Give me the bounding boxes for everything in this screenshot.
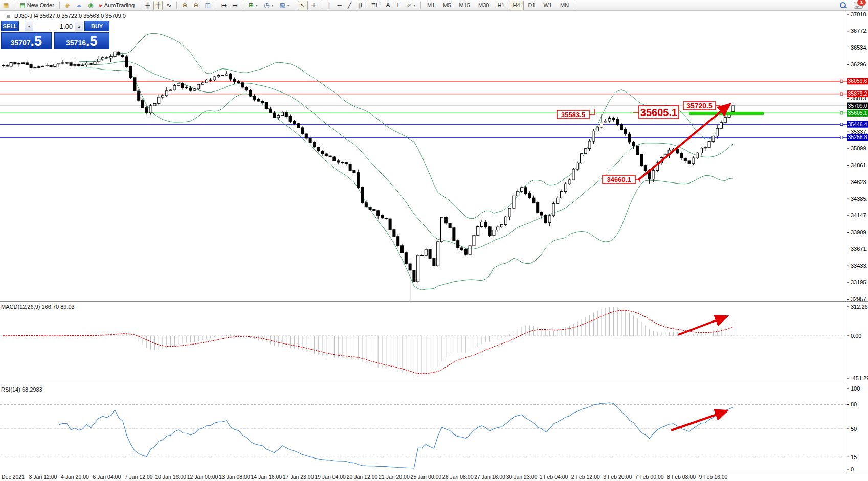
arrows-icon[interactable]: ⇗▾ [404, 1, 418, 10]
svg-text:Dec 2021: Dec 2021 [2, 474, 25, 480]
text-icon[interactable]: A [384, 1, 393, 10]
chat-icon[interactable]: ☁ [73, 1, 84, 10]
timeframe-button-h4[interactable]: H4 [509, 1, 523, 10]
callout-35605: 35605.1 [633, 106, 679, 119]
vertical-line-icon[interactable]: │ [325, 1, 334, 10]
chart-shift-icon: ↤ [233, 2, 238, 8]
chat-icon: ☁ [76, 2, 82, 8]
arrows-icon-dropdown[interactable]: ▾ [413, 3, 415, 8]
autotrading-button-label: AutoTrading [104, 2, 135, 8]
cursor-icon: ↖ [300, 2, 305, 8]
auto-scroll-icon: ↦ [221, 2, 227, 8]
svg-text:3 Feb 20:00: 3 Feb 20:00 [603, 474, 632, 480]
tile-windows-icon[interactable]: ◫ [202, 1, 213, 10]
pivot-line-axis-label: 35605.1 [847, 110, 868, 117]
rsi-indicator-label: RSI(14) 68.2983 [1, 386, 42, 393]
timeframe-button-m5[interactable]: M5 [439, 1, 454, 10]
trendline-icon[interactable]: ╱ [345, 1, 354, 10]
fibonacci-icon[interactable]: ≣F [368, 1, 382, 10]
svg-text:35446.4: 35446.4 [848, 121, 867, 127]
svg-text:6 Jan 04:00: 6 Jan 04:00 [93, 474, 121, 480]
svg-text:37010.0: 37010.0 [851, 11, 868, 17]
periods-icon[interactable]: ◷▾ [261, 1, 276, 10]
svg-text:33195.0: 33195.0 [851, 279, 868, 285]
svg-text:26 Jan 08:00: 26 Jan 08:00 [442, 474, 474, 480]
volume-input[interactable] [33, 21, 75, 31]
new-chart-icon[interactable]: ⊞▾ [246, 1, 260, 10]
tile-windows-icon: ◫ [205, 2, 210, 8]
trendline-icon: ╱ [348, 2, 351, 8]
trading-platform-window: ▦▤New Order◈☁◉▸AutoTrading╫╪∿⊕⊖◫↦↤⊞▾◷▾▧▾… [0, 0, 868, 481]
sell-price-display[interactable]: 35707 .5 [1, 32, 52, 49]
macd-trend-arrow [678, 317, 725, 335]
notifications-icon[interactable]: 1 [854, 2, 863, 9]
zoom-in-icon: ⊕ [182, 2, 187, 8]
search-icon[interactable] [839, 2, 847, 9]
timeframe-button-m15[interactable]: M15 [456, 1, 474, 10]
chart-shift-icon[interactable]: ↤ [230, 1, 240, 10]
support-line-2-axis-label: 35258.8 [847, 134, 868, 141]
sell-button[interactable]: SELL [1, 21, 19, 31]
arrows-icon: ⇗ [406, 2, 411, 8]
symbols-icon: ▦ [3, 2, 9, 8]
annotations-layer: 35583.535605.135720.534660.1 [557, 102, 764, 430]
volume-decrease-button[interactable]: ▼ [25, 21, 33, 31]
text-label-icon[interactable]: T [394, 1, 403, 10]
timeframe-button-h1[interactable]: H1 [494, 1, 508, 10]
price-chart[interactable]: 35583.535605.135720.534660.137010.036772… [0, 0, 868, 481]
notification-badge: 1 [857, 0, 866, 6]
periods-icon-dropdown[interactable]: ▾ [271, 3, 273, 8]
zoom-in-icon[interactable]: ⊕ [180, 1, 190, 10]
new-order-icon: ▤ [19, 2, 25, 8]
bar-chart-icon: ╫ [145, 2, 150, 8]
candlestick-chart-icon: ╪ [156, 2, 161, 8]
symbols-icon[interactable]: ▦ [1, 1, 11, 10]
market-watch-icon[interactable]: ◈ [62, 1, 72, 10]
one-click-trading-panel: SELL ▼ ▲ BUY 35707 .5 35716 .5 [1, 21, 109, 49]
svg-text:7 Feb 00:00: 7 Feb 00:00 [635, 474, 664, 480]
svg-text:19 Jan 04:00: 19 Jan 04:00 [315, 474, 346, 480]
timeframe-button-w1[interactable]: W1 [540, 1, 556, 10]
symbol-period-label: DJ30-,H4 [14, 13, 38, 19]
svg-text:10 Jan 16:00: 10 Jan 16:00 [155, 474, 186, 480]
buy-price-display[interactable]: 35716 .5 [54, 32, 109, 49]
indicator-layer [0, 307, 847, 468]
templates-icon: ▧ [279, 2, 285, 8]
candlestick-chart-icon[interactable]: ╪ [153, 1, 163, 10]
svg-text:33909.0: 33909.0 [851, 229, 868, 235]
bar-chart-icon[interactable]: ╫ [143, 1, 152, 10]
periods-icon: ◷ [264, 2, 269, 8]
line-chart-icon[interactable]: ∿ [164, 1, 174, 10]
macd-indicator-label: MACD(12,26,9) 166.70 89.03 [1, 304, 75, 310]
text-label-icon: T [396, 2, 400, 8]
svg-text:35583.5: 35583.5 [561, 111, 585, 119]
main-toolbar: ▦▤New Order◈☁◉▸AutoTrading╫╪∿⊕⊖◫↦↤⊞▾◷▾▧▾… [0, 0, 868, 11]
buy-button[interactable]: BUY [84, 21, 109, 31]
timeframe-button-m1[interactable]: M1 [424, 1, 438, 10]
cursor-icon[interactable]: ↖ [298, 1, 308, 10]
svg-text:33433.0: 33433.0 [851, 263, 868, 269]
timeframe-button-d1[interactable]: D1 [525, 1, 539, 10]
new-chart-icon-dropdown[interactable]: ▾ [256, 3, 258, 8]
new-chart-icon: ⊞ [249, 2, 254, 8]
timeframe-button-mn[interactable]: MN [557, 1, 572, 10]
new-order-button[interactable]: ▤New Order [17, 1, 57, 10]
new-order-button-label: New Order [27, 2, 54, 8]
zoom-out-icon[interactable]: ⊖ [191, 1, 201, 10]
buy-price-frac: .5 [86, 35, 98, 48]
horizontal-line-icon[interactable]: ─ [335, 1, 344, 10]
text-icon: A [386, 2, 390, 8]
svg-text:36296.0: 36296.0 [851, 61, 868, 67]
svg-text:20 Jan 12:00: 20 Jan 12:00 [347, 474, 378, 480]
signals-icon[interactable]: ◉ [85, 1, 96, 10]
timeframe-button-m30[interactable]: M30 [475, 1, 493, 10]
autotrading-button[interactable]: ▸AutoTrading [97, 1, 138, 10]
templates-icon[interactable]: ▧▾ [277, 1, 292, 10]
templates-icon-dropdown[interactable]: ▾ [287, 3, 290, 8]
channel-icon[interactable]: ∥E [355, 1, 367, 10]
crosshair-icon[interactable]: ✛ [309, 1, 319, 10]
svg-text:35605.1: 35605.1 [848, 110, 867, 116]
svg-text:34147.0: 34147.0 [851, 212, 868, 218]
auto-scroll-icon[interactable]: ↦ [219, 1, 229, 10]
volume-increase-button[interactable]: ▲ [75, 21, 83, 31]
